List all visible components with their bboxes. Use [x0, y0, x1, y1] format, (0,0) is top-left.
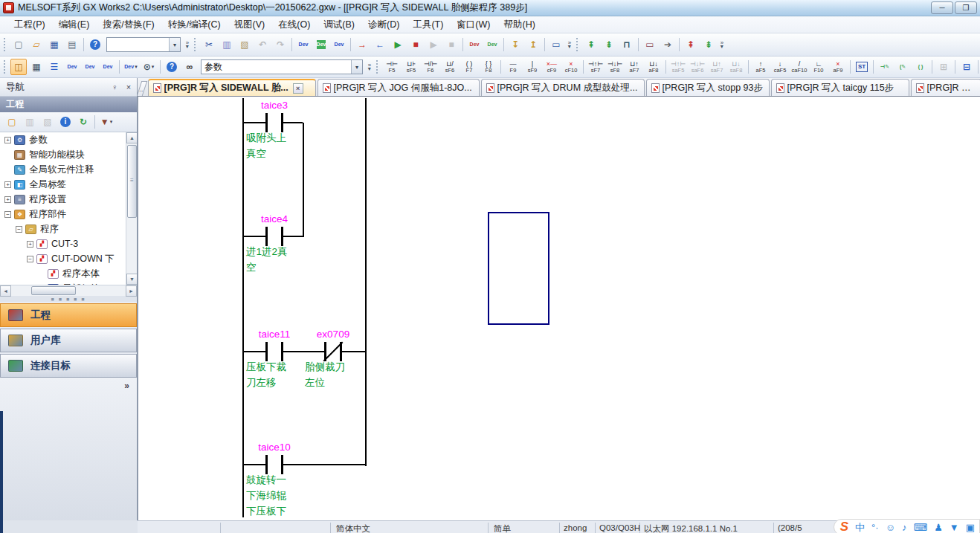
monitor-stop-button[interactable]: ■	[407, 36, 424, 53]
menu-item[interactable]: 工具(T)	[406, 16, 450, 33]
scroll-down-button[interactable]: ▼	[126, 274, 137, 285]
scrollbar-thumb[interactable]	[127, 145, 137, 218]
ladder-editor[interactable]: taice3吸附头上 真空taice4进1进2真 空taice11压板下裁 刀左…	[138, 97, 980, 520]
edge-recognition-button[interactable]: ∟F10	[810, 58, 828, 76]
sort-button[interactable]: ▼▾	[98, 114, 115, 130]
new-project-button[interactable]: ▢	[10, 36, 27, 53]
edit-contact-button[interactable]: ⊣✎	[877, 59, 893, 75]
tab-scroll-button[interactable]: ..	[138, 81, 147, 96]
tree-expander-icon[interactable]: +	[4, 196, 11, 203]
read-from-plc-button[interactable]: ←	[372, 36, 388, 53]
falling-pulse-button[interactable]: ⊣↓⊢sF8	[606, 58, 624, 76]
device-comment-button[interactable]: Dev	[64, 59, 80, 75]
invert-operation-button[interactable]: /caF10	[790, 58, 808, 76]
module-configuration-button[interactable]: ▦	[28, 59, 45, 75]
document-tab-1[interactable]: [PRG]R 写入 SIDEWALL 胎...×	[148, 79, 316, 96]
tree-expander-icon[interactable]: +	[27, 241, 33, 248]
function-block-combo[interactable]: ▾	[106, 37, 181, 52]
menu-item[interactable]: 诊断(D)	[361, 16, 406, 33]
toolbar-grip[interactable]	[376, 60, 380, 74]
parameter-combo[interactable]: 参数▾	[201, 59, 363, 74]
refresh-view-button[interactable]: ↻	[75, 114, 91, 130]
monitor-start-button[interactable]: ▶	[390, 36, 406, 53]
inline-st-button[interactable]: ST	[854, 59, 870, 75]
device-test-button[interactable]: Dev	[313, 36, 329, 53]
menu-item[interactable]: 转换/编译(C)	[161, 16, 228, 33]
open-project-button[interactable]: ▱	[28, 36, 45, 53]
open-branch-button[interactable]: ⊔⊦sF5	[402, 58, 420, 76]
tree-expander-icon[interactable]: +	[4, 181, 11, 188]
program-check-step-button[interactable]: ⇟	[601, 36, 617, 53]
device-find-button[interactable]: Dev	[295, 36, 312, 53]
list-view-button[interactable]: ☰	[46, 59, 62, 75]
scroll-up-button[interactable]: ▲	[126, 132, 137, 143]
cut-button[interactable]: ✂	[201, 36, 217, 53]
tree-item-7[interactable]: −▱程序	[0, 222, 137, 236]
hscrollbar-thumb[interactable]	[31, 286, 76, 295]
tree-item-2[interactable]: ▦智能功能模块	[0, 147, 137, 162]
delete-horizontal-line-button[interactable]: ×—cF9	[543, 58, 561, 76]
more-buttons-chevron[interactable]: »	[124, 381, 129, 391]
close-panel-icon[interactable]: ×	[123, 81, 135, 93]
delete-edge-button[interactable]: ×aF9	[829, 58, 847, 76]
combo-dropdown-icon[interactable]: ▾	[169, 38, 180, 51]
data-information-button[interactable]: i	[57, 114, 74, 130]
tree-item-8[interactable]: +▞CUT-3	[0, 236, 137, 251]
find-device-usage-button[interactable]: ▭	[642, 36, 658, 53]
toolbox-icon[interactable]: ▣	[966, 523, 975, 532]
lang-toggle-icon[interactable]: 中	[855, 523, 865, 532]
tree-item-9[interactable]: −▞CUT-DOWN 下	[0, 251, 137, 266]
emoji-icon[interactable]: ☺	[886, 523, 895, 532]
closed-contact-button[interactable]: ⊣/⊢F6	[422, 58, 439, 76]
tree-item-3[interactable]: ✎全局软元件注释	[0, 162, 137, 177]
statement-list-button[interactable]: ⊟	[958, 59, 975, 75]
tree-expander-icon[interactable]: −	[27, 256, 33, 262]
parameter-write-button[interactable]: ↧	[507, 36, 523, 53]
restore-button[interactable]: ❐	[955, 1, 977, 14]
punctuation-icon[interactable]: °·	[871, 523, 879, 532]
navigation-toggle-button[interactable]: ◫	[10, 59, 27, 75]
device-monitor-stop-button[interactable]: Dev	[484, 36, 500, 53]
toolbar-grip[interactable]	[4, 60, 7, 74]
tree-item-6[interactable]: −❖程序部件	[0, 207, 137, 222]
document-tab-6[interactable]: [PRG]R 写入	[911, 79, 980, 96]
toolbar-grip[interactable]	[576, 38, 580, 51]
program-check-button[interactable]: ⇞	[583, 36, 599, 53]
tree-horizontal-scrollbar[interactable]: ◄ ►	[0, 285, 137, 296]
find-button[interactable]: ∞	[181, 59, 198, 75]
menu-item[interactable]: 窗口(W)	[450, 16, 497, 33]
tree-item-4[interactable]: +◧全局标签	[0, 177, 137, 192]
keyboard-icon[interactable]: ⌨	[913, 523, 927, 532]
voice-icon[interactable]: ♪	[902, 523, 907, 532]
tree-item-5[interactable]: +≡程序设置	[0, 192, 137, 207]
transfer-setup-button[interactable]: ➔	[660, 36, 676, 53]
toolbar-overflow-button[interactable]: »▾	[365, 59, 374, 75]
menu-item[interactable]: 编辑(E)	[52, 16, 97, 33]
device-memory-button[interactable]: Dev	[82, 59, 98, 75]
falling-pulse-branch-button[interactable]: ⊔↓aF8	[645, 58, 663, 76]
print-button[interactable]: ▤	[64, 36, 80, 53]
application-instruction-button[interactable]: { }F8	[480, 58, 497, 76]
tab-close-button[interactable]: ×	[293, 83, 303, 94]
device-monitor-start-button[interactable]: Dev	[466, 36, 483, 53]
minimize-button[interactable]: ─	[931, 1, 953, 14]
menu-item[interactable]: 在线(O)	[271, 16, 317, 33]
device-initial-button[interactable]: Dev	[100, 59, 116, 75]
menu-item[interactable]: 工程(P)	[7, 16, 52, 33]
tree-item-10[interactable]: ▞程序本体	[0, 266, 137, 281]
document-tab-4[interactable]: [PRG]R 写入 stopp 93步	[646, 79, 770, 96]
closed-branch-button[interactable]: ⊔/sF6	[441, 58, 459, 76]
toolbar-grip[interactable]	[4, 38, 7, 51]
warning-jump-button[interactable]: ⇟	[700, 36, 717, 53]
ladder-cursor[interactable]	[488, 212, 549, 325]
menu-item[interactable]: 帮助(H)	[497, 16, 541, 33]
nav-button-工程[interactable]: 工程	[0, 303, 137, 327]
comment-display-button[interactable]: Dev▾	[123, 59, 139, 75]
copy-button[interactable]: ▥	[219, 36, 235, 53]
delete-vertical-line-button[interactable]: ×cF10	[562, 58, 580, 76]
paste-button[interactable]: ▧	[236, 36, 253, 53]
nav-button-用户库[interactable]: 用户库	[0, 329, 137, 352]
nav-button-连接目标[interactable]: 连接目标	[0, 354, 137, 378]
document-tab-3[interactable]: [PRG]R 写入 DRUM 成型鼓处理...	[481, 79, 645, 96]
tree-expander-icon[interactable]: −	[16, 226, 22, 233]
